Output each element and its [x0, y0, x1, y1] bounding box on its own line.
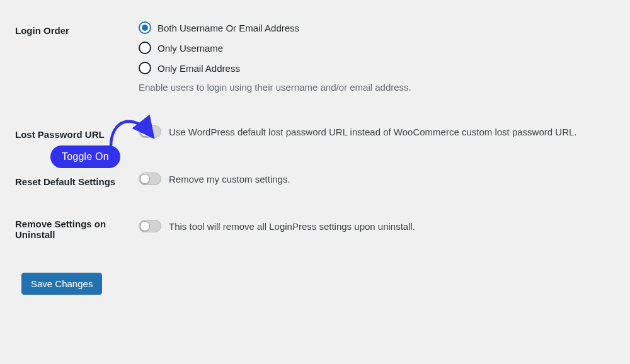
login-order-options: Both Username Or Email Address Only User…: [139, 18, 630, 93]
setting-lost-password-url: Lost Password URL Use WordPress default …: [0, 118, 630, 144]
save-changes-button[interactable]: Save Changes: [21, 273, 102, 295]
lost-password-toggle-label: Use WordPress default lost password URL …: [169, 127, 576, 137]
reset-defaults-toggle-label: Remove my custom settings.: [169, 174, 290, 185]
radio-label: Only Email Address: [158, 63, 240, 74]
radio-label: Only Username: [158, 43, 223, 54]
login-order-label: Login Order: [0, 18, 139, 36]
setting-remove-on-uninstall: Remove Settings on Uninstall This tool w…: [0, 212, 630, 244]
radio-icon[interactable]: [139, 21, 151, 34]
lost-password-toggle-row: Use WordPress default lost password URL …: [139, 125, 630, 138]
radio-icon[interactable]: [139, 62, 151, 74]
radio-icon[interactable]: [139, 42, 151, 54]
reset-defaults-toggle-row: Remove my custom settings.: [139, 173, 630, 185]
lost-password-toggle[interactable]: [139, 125, 161, 138]
reset-defaults-toggle[interactable]: [139, 173, 161, 185]
lost-password-label: Lost Password URL: [0, 122, 139, 140]
remove-uninstall-toggle-label: This tool will remove all LoginPress set…: [169, 221, 415, 232]
setting-login-order: Login Order Both Username Or Email Addre…: [0, 14, 630, 96]
radio-label: Both Username Or Email Address: [158, 23, 299, 33]
radio-option-email[interactable]: Only Email Address: [139, 62, 630, 74]
radio-option-username[interactable]: Only Username: [139, 42, 630, 54]
radio-option-both[interactable]: Both Username Or Email Address: [139, 21, 630, 34]
toggle-knob-icon: [140, 174, 150, 184]
setting-reset-defaults: Reset Default Settings Remove my custom …: [0, 165, 630, 191]
remove-uninstall-toggle-row: This tool will remove all LoginPress set…: [139, 220, 630, 232]
remove-uninstall-toggle[interactable]: [139, 220, 161, 232]
toggle-knob-icon: [140, 221, 150, 231]
remove-uninstall-label: Remove Settings on Uninstall: [0, 216, 139, 240]
toggle-knob-icon: [140, 127, 150, 137]
login-order-help: Enable users to login using their userna…: [139, 82, 630, 93]
annotation-pill: Toggle On: [50, 145, 120, 168]
reset-defaults-label: Reset Default Settings: [0, 169, 139, 187]
